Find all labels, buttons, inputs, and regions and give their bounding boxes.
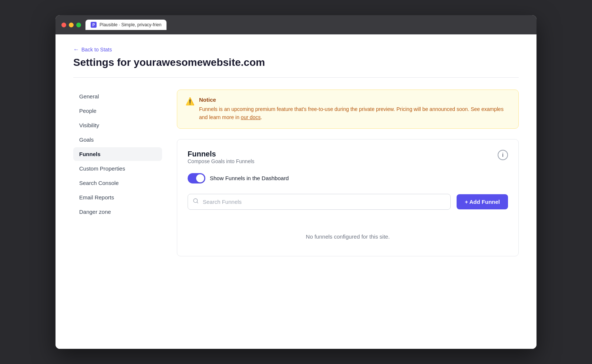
section-title: Funnels [188,150,255,158]
show-funnels-toggle[interactable] [188,173,205,183]
content-area: ⚠️ Notice Funnels is an upcoming premium… [177,90,519,256]
sidebar-nav: General People Visibility Goals Funnels … [73,90,162,219]
notice-box: ⚠️ Notice Funnels is an upcoming premium… [177,90,519,129]
empty-message: No funnels configured for this site. [306,233,390,240]
sidebar-item-general[interactable]: General [73,90,162,103]
sidebar-item-goals[interactable]: Goals [73,133,162,146]
close-button[interactable] [61,23,66,27]
sidebar-item-danger-zone[interactable]: Danger zone [73,205,162,219]
browser-tab[interactable]: P Plausible · Simple, privacy-frien [85,20,166,30]
notice-suffix: . [261,114,262,120]
notice-title: Notice [199,97,510,103]
toggle-thumb [196,174,204,182]
back-arrow-icon: ← [73,46,79,53]
notice-docs-link[interactable]: our docs [241,114,261,120]
tab-favicon: P [91,22,97,28]
minimize-button[interactable] [69,23,74,27]
main-layout: General People Visibility Goals Funnels … [73,90,519,256]
browser-window: P Plausible · Simple, privacy-frien ← Ba… [56,15,536,349]
section-header: Funnels Compose Goals into Funnels i [188,150,508,172]
traffic-lights [61,23,81,27]
section-subtitle: Compose Goals into Funnels [188,158,255,164]
sidebar-item-funnels[interactable]: Funnels [73,147,162,161]
empty-state: No funnels configured for this site. [188,222,508,246]
notice-text: Funnels is an upcoming premium feature t… [199,105,510,122]
toggle-label: Show Funnels in the Dashboard [210,175,289,181]
browser-chrome: P Plausible · Simple, privacy-frien [56,15,536,34]
back-to-stats-link[interactable]: ← Back to Stats [73,46,519,53]
search-funnels-input[interactable] [188,194,451,210]
maximize-button[interactable] [76,23,81,27]
divider [73,77,519,78]
info-icon[interactable]: i [498,150,508,160]
search-add-row: + Add Funnel [188,194,508,210]
search-icon [193,198,199,205]
sidebar-item-custom-properties[interactable]: Custom Properties [73,162,162,175]
back-label: Back to Stats [81,47,112,53]
notice-content: Notice Funnels is an upcoming premium fe… [199,97,510,122]
add-funnel-button[interactable]: + Add Funnel [457,194,508,209]
page-content: ← Back to Stats Settings for yourawesome… [56,34,536,349]
search-input-wrap [188,194,451,210]
section-titles: Funnels Compose Goals into Funnels [188,150,255,172]
sidebar-item-visibility[interactable]: Visibility [73,118,162,132]
sidebar-item-email-reports[interactable]: Email Reports [73,191,162,204]
page-title: Settings for yourawesomewebsite.com [73,57,519,68]
sidebar-item-people[interactable]: People [73,104,162,118]
svg-line-1 [197,202,198,203]
section-card: Funnels Compose Goals into Funnels i Sho… [177,139,519,256]
warning-icon: ⚠️ [185,97,195,122]
sidebar: General People Visibility Goals Funnels … [73,90,162,256]
toggle-row: Show Funnels in the Dashboard [188,173,508,183]
sidebar-item-search-console[interactable]: Search Console [73,176,162,190]
tab-title: Plausible · Simple, privacy-frien [100,22,161,27]
